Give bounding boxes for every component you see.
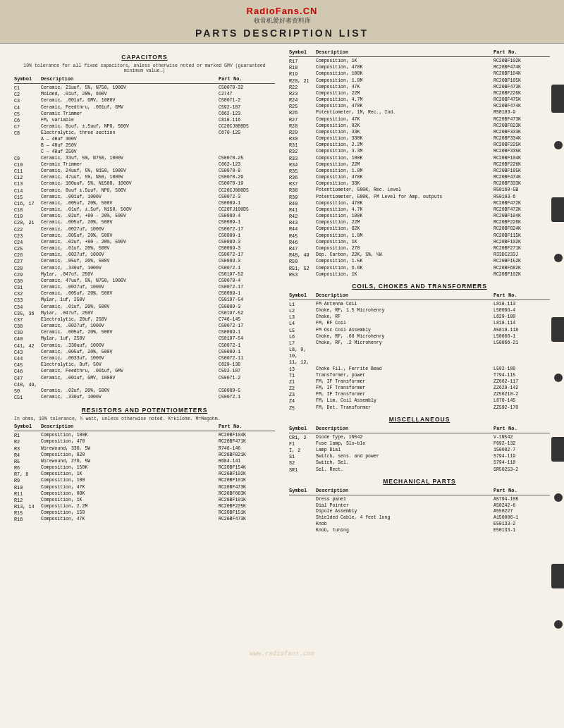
- row-description: Ceramic, Feedthru, .001uf, GMV: [41, 369, 219, 375]
- row-part-number: C629-138: [219, 362, 275, 369]
- row-description: Composition, 22M: [316, 162, 494, 168]
- row-description: Composition, 1K: [316, 272, 494, 278]
- row-symbol: R9: [14, 478, 41, 484]
- row-part-number: T794-115: [494, 373, 550, 379]
- row-description: Switch, Sel.: [316, 460, 494, 467]
- row-description: Composition, 1.8M: [316, 78, 494, 85]
- row-part-number: C50070-25: [219, 156, 275, 162]
- row-description: Composition, 150K: [41, 465, 219, 471]
- row-part-number: C50089-1: [219, 350, 275, 356]
- table-row: R5Wirewound, 270, 5WR684-141: [14, 459, 275, 465]
- row-description: Composition, 47K: [316, 85, 494, 91]
- table-row: C31Ceramic, .0027uf, 1000VC50072-17: [14, 285, 275, 291]
- row-part-number: RC20BF473K: [219, 517, 275, 523]
- row-description: Composition, 100: [41, 478, 219, 484]
- row-part-number: RC20BF102K: [219, 471, 275, 478]
- table-row: R35Composition, 1.8MRC20BF185K: [289, 168, 550, 175]
- coils-title: COILS, CHOKES AND TRANSFORMERS: [289, 283, 550, 290]
- row-part-number: ZZ662-117: [494, 379, 550, 385]
- capacitors-title: CAPACITORS: [14, 54, 275, 61]
- row-part-number: A550227: [494, 509, 550, 515]
- table-row: R36Composition, 470KRC20BF474K: [289, 175, 550, 181]
- table-row: C20, 21Ceramic, .005uf, 20%, 500VC50089-…: [14, 220, 275, 226]
- resistors-section: RESISTORS AND POTENTIOMETERS In ohms, 10…: [14, 407, 275, 523]
- row-part-number: [219, 382, 275, 388]
- row-part-number: A5794-108: [494, 497, 550, 503]
- row-part-number: R33DC233J: [494, 252, 550, 259]
- row-description: [41, 382, 219, 388]
- row-description: Composition, 100K: [316, 214, 494, 220]
- row-description: Mylar, .047uf, 250V: [41, 272, 219, 278]
- row-symbol: C34: [14, 304, 41, 311]
- row-part-number: RC20BF474K: [494, 175, 550, 181]
- row-part-number: RC20BF185K: [494, 168, 550, 175]
- row-description: Mylar, 1uf, 250V: [41, 336, 219, 343]
- table-row: R27Composition, 47KRC20BF473K: [289, 117, 550, 123]
- row-part-number: C50197-54: [219, 297, 275, 304]
- right-comp-rows: R17Composition, 1KRC20BF102KR18Compositi…: [289, 58, 550, 278]
- table-row: C10Ceramic TrimmerC662-123: [14, 162, 275, 168]
- mech-desc: Description: [316, 488, 494, 493]
- row-symbol: C5: [14, 111, 41, 118]
- table-row: C41, 42Ceramic, .330uuf, 1000VC50072-1: [14, 343, 275, 350]
- row-symbol: R30: [289, 136, 316, 142]
- res-col-desc: Description: [41, 424, 219, 429]
- row-symbol: C13: [14, 181, 41, 187]
- row-symbol: R35: [289, 168, 316, 175]
- table-row: C13Ceramic, 100uuf, 5%, N1500, 1000VC500…: [14, 181, 275, 187]
- row-symbol: C35, 36: [14, 311, 41, 317]
- row-symbol: L4: [289, 321, 316, 327]
- row-description: Ceramic, 47uuf, 5%, N750, 1000V: [41, 278, 219, 285]
- table-row: R41Composition, 4.7KRC20BF472K: [289, 207, 550, 214]
- main-content: CAPACITORS 10% tolerance for all fixed c…: [0, 44, 564, 543]
- row-part-number: L50066-21: [494, 340, 550, 347]
- row-description: Ceramic Trimmer: [41, 162, 219, 168]
- table-row: R29Composition, 33KRC20BF333K: [289, 130, 550, 136]
- row-description: Ceramic, .330uf, 1000V: [41, 266, 219, 272]
- row-part-number: C50070-8: [219, 168, 275, 175]
- row-part-number: S794-118: [494, 460, 550, 467]
- row-part-number: C592-187: [219, 105, 275, 111]
- row-description: FM, RF Coil: [316, 321, 494, 327]
- row-description: Composition, 1K: [41, 498, 219, 504]
- table-row: L6Choke, RF, .68 MicrohenryL50066-1: [289, 334, 550, 340]
- row-part-number: RC20BF104K: [219, 433, 275, 439]
- row-symbol: C27: [14, 259, 41, 265]
- row-description: Choke Fil., Ferrite Bead: [316, 366, 494, 373]
- table-row: 50Ceramic, .02uf, 20%, 500VC50089-5: [14, 388, 275, 395]
- row-symbol: C3: [14, 98, 41, 104]
- row-symbol: C12: [14, 175, 41, 181]
- side-dot-5: [554, 620, 563, 629]
- coils-section: COILS, CHOKES AND TRANSFORMERS Symbol De…: [289, 283, 550, 412]
- row-description: Ceramic, .05uf, 20%, 500V: [41, 259, 219, 265]
- row-description: Composition, 1.8M: [316, 233, 494, 240]
- row-symbol: R22: [289, 85, 316, 91]
- row-part-number: C50072-17: [219, 323, 275, 330]
- row-description: [316, 359, 494, 366]
- table-row: L4FM, RF CoilL818-114: [289, 321, 550, 327]
- row-part-number: RC20BF474K: [494, 104, 550, 110]
- row-symbol: R28: [289, 123, 316, 130]
- table-row: C18Ceramic, .01uf, ±.5uf, N150, 500VCC20…: [14, 207, 275, 214]
- table-row: R28Composition, 82KRC20BF823K: [289, 123, 550, 130]
- row-symbol: C18: [14, 207, 41, 214]
- row-part-number: L50066-4: [494, 308, 550, 314]
- row-symbol: C7: [14, 124, 41, 130]
- row-description: Wirewound, 270, 5W: [41, 459, 219, 465]
- row-symbol: C10: [14, 162, 41, 168]
- row-description: Molded, .01uf, 20%, 600V: [41, 92, 219, 98]
- misc-sym: Symbol: [289, 426, 316, 431]
- table-row: C28Ceramic, .330uf, 1000VC50072-1: [14, 266, 275, 272]
- resistors-rows: R1Composition, 100KRC20BF104KR2Compositi…: [14, 433, 275, 523]
- resistors-col-headers: Symbol Description Part No.: [14, 424, 275, 431]
- row-description: Composition, 4.7K: [316, 207, 494, 214]
- table-row: C46Ceramic, Feedthru, .001uf, GMVC592-18…: [14, 369, 275, 375]
- row-description: Ceramic, .0027uf, 1000V: [41, 252, 219, 259]
- row-symbol: R25: [289, 104, 316, 110]
- row-symbol: 50: [14, 388, 41, 395]
- resistors-title: RESISTORS AND POTENTIOMETERS: [14, 407, 275, 414]
- row-description: Choke, RF: [316, 314, 494, 321]
- rr-sym: Symbol: [289, 49, 316, 55]
- table-row: R43Composition, 22MRC20BF226K: [289, 220, 550, 226]
- row-description: Mylar, 1uf, 250V: [41, 297, 219, 304]
